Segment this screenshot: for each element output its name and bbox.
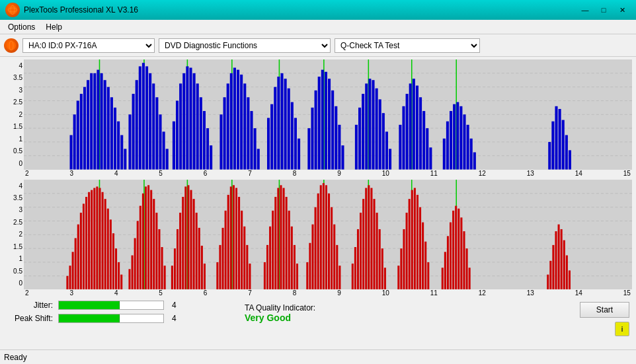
svg-rect-244: [368, 185, 370, 289]
svg-rect-279: [561, 229, 563, 289]
svg-rect-169: [115, 248, 117, 289]
svg-rect-88: [318, 77, 321, 170]
maximize-button[interactable]: □: [595, 3, 612, 17]
svg-rect-242: [362, 199, 364, 289]
svg-rect-230: [320, 185, 322, 289]
minimize-button[interactable]: —: [576, 3, 594, 17]
svg-rect-278: [558, 224, 560, 289]
svg-rect-93: [335, 106, 337, 170]
svg-rect-182: [155, 213, 157, 290]
svg-rect-22: [70, 135, 73, 170]
svg-rect-87: [315, 91, 317, 170]
svg-rect-207: [238, 197, 240, 290]
drive-select[interactable]: HA:0 ID:0 PX-716A: [22, 38, 155, 53]
blue-chart-y-axis: 4 3.5 3 2.5 2 1.5 1 0.5 0: [4, 59, 24, 170]
svg-rect-118: [446, 122, 449, 170]
svg-rect-259: [419, 207, 421, 289]
red-chart-area: [24, 180, 632, 290]
svg-rect-174: [134, 238, 136, 289]
svg-rect-282: [569, 270, 571, 289]
svg-rect-233: [328, 193, 330, 289]
svg-rect-100: [368, 79, 371, 169]
svg-rect-236: [336, 244, 338, 289]
close-button[interactable]: ✕: [614, 3, 631, 17]
svg-rect-267: [452, 210, 454, 289]
svg-rect-257: [414, 188, 416, 289]
svg-rect-160: [91, 190, 93, 289]
svg-rect-277: [555, 231, 557, 289]
svg-rect-153: [72, 252, 74, 289]
svg-rect-127: [548, 142, 551, 170]
svg-rect-269: [457, 208, 459, 289]
svg-rect-55: [186, 66, 188, 169]
svg-rect-69: [240, 75, 243, 170]
svg-rect-57: [193, 73, 196, 170]
svg-rect-98: [362, 94, 364, 170]
function-select[interactable]: DVD Diagnostic Functions: [159, 38, 331, 53]
svg-rect-215: [272, 210, 274, 289]
svg-rect-180: [150, 190, 152, 289]
svg-rect-241: [360, 213, 362, 290]
svg-rect-72: [250, 111, 253, 169]
svg-rect-217: [277, 188, 279, 289]
svg-rect-223: [294, 244, 296, 289]
svg-rect-276: [552, 244, 554, 289]
bottom-panel: Jitter: 4 Peak Shift: 4 TA Quality Indic…: [4, 297, 632, 347]
svg-rect-238: [352, 264, 354, 290]
ta-section: TA Quality Indicator: Very Good: [245, 301, 315, 323]
svg-rect-199: [216, 262, 218, 289]
svg-rect-205: [233, 185, 235, 289]
title-bar-controls: — □ ✕: [576, 3, 631, 17]
svg-rect-247: [376, 213, 378, 290]
svg-rect-225: [306, 262, 308, 289]
svg-rect-104: [382, 113, 385, 169]
peak-shift-row: Peak Shift: 4: [7, 314, 231, 323]
svg-rect-212: [264, 262, 266, 289]
svg-rect-49: [163, 131, 165, 169]
menu-options[interactable]: Options: [3, 21, 40, 33]
peak-shift-bar: [58, 314, 164, 323]
svg-rect-197: [201, 245, 203, 289]
svg-rect-167: [110, 219, 112, 289]
svg-rect-164: [102, 192, 104, 289]
title-bar: PlexTools Professional XL V3.16 — □ ✕: [0, 0, 636, 20]
svg-rect-204: [230, 186, 232, 289]
svg-rect-193: [190, 190, 192, 289]
svg-rect-189: [179, 213, 181, 290]
svg-rect-58: [196, 83, 199, 169]
svg-rect-243: [365, 188, 367, 289]
svg-rect-84: [298, 139, 300, 170]
svg-rect-216: [274, 197, 276, 290]
svg-rect-176: [139, 205, 141, 289]
svg-rect-177: [142, 193, 144, 289]
svg-rect-245: [370, 188, 372, 289]
svg-rect-179: [147, 185, 149, 289]
jitter-value: 4: [172, 301, 177, 310]
svg-rect-266: [450, 222, 452, 289]
svg-rect-54: [182, 73, 185, 170]
svg-rect-163: [99, 188, 100, 289]
svg-rect-255: [409, 199, 411, 289]
svg-rect-133: [569, 150, 571, 169]
svg-rect-156: [80, 213, 82, 290]
ta-quality-label: TA Quality Indicator:: [245, 303, 315, 312]
svg-rect-79: [280, 73, 283, 170]
svg-rect-119: [450, 111, 452, 169]
jitter-fill: [59, 301, 120, 309]
svg-rect-213: [266, 244, 268, 289]
svg-rect-82: [291, 102, 294, 170]
svg-rect-61: [206, 128, 209, 169]
svg-rect-45: [149, 73, 151, 170]
menu-help[interactable]: Help: [40, 21, 67, 33]
svg-rect-185: [164, 266, 166, 289]
svg-rect-89: [321, 70, 324, 170]
start-button[interactable]: Start: [580, 302, 629, 318]
svg-rect-224: [296, 264, 298, 290]
svg-rect-78: [277, 77, 280, 170]
info-button[interactable]: i: [615, 322, 629, 336]
svg-rect-237: [338, 266, 340, 289]
svg-rect-206: [235, 188, 237, 289]
svg-rect-109: [406, 94, 409, 170]
svg-rect-115: [426, 128, 428, 169]
test-select[interactable]: Q-Check TA Test: [335, 38, 480, 53]
